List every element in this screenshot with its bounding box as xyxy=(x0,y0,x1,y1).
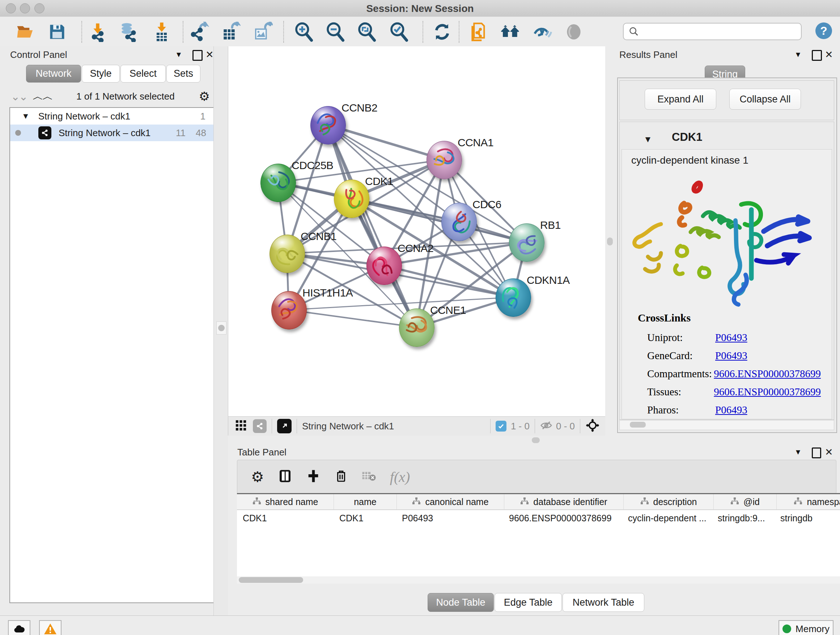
results-panel-float-icon[interactable] xyxy=(812,50,822,61)
node-CCNE1[interactable] xyxy=(399,309,434,347)
table-panel-float-icon[interactable] xyxy=(812,448,821,458)
crosslink-value-link[interactable]: P06493 xyxy=(715,404,747,416)
string-home-icon[interactable] xyxy=(500,22,521,42)
column-header-database-identifier[interactable]: database identifier xyxy=(504,494,624,509)
export-table-icon[interactable] xyxy=(220,22,240,42)
refresh-network-icon[interactable] xyxy=(432,22,452,42)
entry-expander-icon[interactable]: ▼ xyxy=(644,134,652,144)
string-view-icon[interactable] xyxy=(253,419,267,433)
string-import-icon[interactable] xyxy=(468,22,488,42)
search-input[interactable] xyxy=(643,26,801,37)
grayscale-mode-icon[interactable] xyxy=(564,22,584,42)
crosslink-value-link[interactable]: 9606.ENSP00000378699 xyxy=(714,368,821,380)
node-table[interactable]: shared namenamecanonical namedatabase id… xyxy=(237,493,840,578)
tab-network[interactable]: Network xyxy=(26,65,81,82)
table-panel-collapse-icon[interactable]: ▾ xyxy=(796,447,800,457)
column-header--id[interactable]: @id xyxy=(714,494,777,509)
export-network-icon[interactable] xyxy=(189,22,210,42)
node-HIST1H1A[interactable] xyxy=(271,291,307,329)
save-session-icon[interactable] xyxy=(47,22,67,42)
table-cell[interactable]: P06493 xyxy=(396,510,503,526)
table-cell[interactable]: cyclin-dependent ... xyxy=(622,510,712,526)
zoom-out-icon[interactable] xyxy=(325,22,346,42)
import-table-from-file-icon[interactable] xyxy=(152,22,172,42)
splitter-handle[interactable] xyxy=(532,437,540,443)
detach-view-icon[interactable] xyxy=(277,419,292,433)
node-CCNB1[interactable] xyxy=(270,234,305,273)
open-session-icon[interactable] xyxy=(15,22,35,42)
table-cell[interactable]: CDK1 xyxy=(237,510,333,526)
splitter-handle[interactable] xyxy=(216,321,226,334)
pan-mode-icon[interactable] xyxy=(585,418,600,434)
crosslink-value-link[interactable]: P06493 xyxy=(715,350,747,362)
table-scrollbar-thumb[interactable] xyxy=(239,577,303,583)
table-row[interactable]: CDK1CDK1P064939606.ENSP00000378699cyclin… xyxy=(237,510,840,526)
column-header-description[interactable]: description xyxy=(624,494,714,509)
zoom-fit-content-icon[interactable] xyxy=(357,22,377,42)
table-cell[interactable]: stringdb xyxy=(775,510,840,526)
import-network-from-database-icon[interactable] xyxy=(118,22,139,42)
splitter-handle[interactable] xyxy=(607,238,613,245)
memory-button[interactable]: Memory xyxy=(778,620,834,635)
expand-all-networks-icon[interactable]: ︿︿ xyxy=(33,89,52,104)
edge-HIST1H1A-CCNE1[interactable] xyxy=(289,310,416,327)
results-horizontal-scrollbar[interactable] xyxy=(619,420,834,430)
crosslink-value-link[interactable]: P06493 xyxy=(715,332,747,344)
vertical-splitter-left[interactable] xyxy=(213,46,228,616)
warnings-button[interactable] xyxy=(39,620,62,635)
node-CCNA1[interactable] xyxy=(426,141,462,179)
table-options-gear-icon[interactable]: ⚙ xyxy=(251,469,264,485)
network-canvas[interactable]: CCNB2 CCNA1 CDC25B CDK1 CDC6 RB1 xyxy=(228,46,606,416)
tab-style[interactable]: Style xyxy=(82,65,120,82)
network-collection-row[interactable]: ▼ String Network – cdk1 1 xyxy=(10,108,215,125)
import-network-from-file-icon[interactable] xyxy=(88,22,108,42)
table-cell[interactable]: stringdb:9... xyxy=(712,510,775,526)
control-panel-float-icon[interactable] xyxy=(193,50,202,61)
export-image-icon[interactable] xyxy=(253,22,273,42)
node-CDC6[interactable] xyxy=(441,203,477,241)
node-RB1[interactable] xyxy=(509,223,545,262)
toolbar-search[interactable] xyxy=(623,23,802,40)
birds-eye-view-icon[interactable] xyxy=(235,419,247,433)
zoom-selected-icon[interactable] xyxy=(389,22,409,42)
network-list-options-gear-icon[interactable]: ⚙ xyxy=(199,89,210,103)
control-panel-collapse-icon[interactable]: ▾ xyxy=(177,49,181,59)
network-row[interactable]: String Network – cdk1 11 48 xyxy=(10,125,215,141)
node-CDC25B[interactable] xyxy=(261,164,296,202)
horizontal-splitter[interactable] xyxy=(228,435,840,445)
table-horizontal-scrollbar[interactable] xyxy=(237,576,840,584)
tab-edge-table[interactable]: Edge Table xyxy=(494,593,562,612)
tab-network-table[interactable]: Network Table xyxy=(562,593,644,612)
tree-expander-icon[interactable]: ▼ xyxy=(22,111,30,121)
collapse-all-button[interactable]: Collapse All xyxy=(729,89,801,110)
column-header-canonical-name[interactable]: canonical name xyxy=(397,494,504,509)
crosslink-value-link[interactable]: 9606.ENSP00000378699 xyxy=(714,386,821,398)
tab-sets[interactable]: Sets xyxy=(166,65,201,82)
zoom-in-icon[interactable] xyxy=(294,22,314,42)
expand-all-button[interactable]: Expand All xyxy=(645,89,716,110)
vertical-splitter-right[interactable] xyxy=(605,46,615,435)
results-panel-close-icon[interactable]: ✕ xyxy=(825,49,833,60)
table-cell[interactable]: 9606.ENSP00000378699 xyxy=(503,510,622,526)
column-header-namespace[interactable]: namespace xyxy=(777,494,840,509)
enhanced-graphics-icon[interactable] xyxy=(532,22,553,42)
column-header-name[interactable]: name xyxy=(334,494,397,509)
table-panel-close-icon[interactable]: ✕ xyxy=(825,447,833,458)
delete-column-trash-icon[interactable] xyxy=(334,468,348,486)
show-columns-icon[interactable] xyxy=(278,468,292,486)
node-CCNA2[interactable] xyxy=(366,247,402,285)
node-CDK1[interactable] xyxy=(334,180,369,218)
help-button[interactable]: ? xyxy=(815,22,832,39)
selected-indicator-checkbox[interactable] xyxy=(496,421,507,432)
tab-node-table[interactable]: Node Table xyxy=(428,593,494,612)
create-column-icon[interactable] xyxy=(306,468,321,486)
control-panel-close-icon[interactable]: ✕ xyxy=(205,49,214,60)
scrollbar-thumb[interactable] xyxy=(630,422,646,428)
node-CCNB2[interactable] xyxy=(310,106,346,144)
tab-select[interactable]: Select xyxy=(120,65,166,82)
results-panel-collapse-icon[interactable]: ▾ xyxy=(796,49,800,59)
cloud-status-button[interactable] xyxy=(8,620,30,635)
column-header-shared-name[interactable]: shared name xyxy=(237,494,334,509)
collapse-all-networks-icon[interactable]: ⌄⌄ xyxy=(11,90,27,103)
table-cell[interactable]: CDK1 xyxy=(333,510,396,526)
